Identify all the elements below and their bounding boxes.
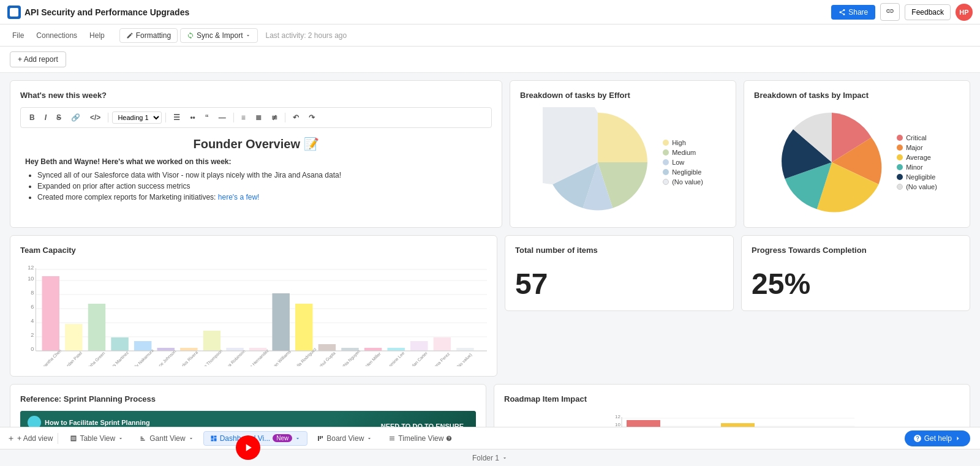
progress-title: Progress Towards Completion bbox=[752, 246, 867, 255]
toolbar-divider-4 bbox=[285, 113, 285, 122]
tab-bar: + Add view Table View Gantt View Dashboa… bbox=[0, 427, 980, 449]
italic-button[interactable]: I bbox=[41, 111, 50, 124]
add-view-button[interactable]: + Add view bbox=[7, 434, 53, 443]
svg-rect-46 bbox=[410, 341, 428, 351]
svg-text:Luis Martinez: Luis Martinez bbox=[108, 350, 129, 366]
row-1: What's new this week? B I S 🔗 </> Headin… bbox=[10, 80, 970, 228]
legend-dot-negligible bbox=[663, 169, 669, 175]
formatting-icon bbox=[126, 32, 134, 39]
bullet3-link[interactable]: here's a few! bbox=[218, 193, 260, 201]
legend-dot-medium bbox=[663, 149, 669, 156]
redo-button[interactable]: ↷ bbox=[305, 111, 318, 124]
gantt-view-label: Gantt View bbox=[149, 434, 185, 443]
progress-card: Progress Towards Completion 25% bbox=[741, 235, 970, 311]
legend-dot-low bbox=[663, 159, 669, 165]
quote-button[interactable]: “ bbox=[202, 111, 213, 124]
hr-button[interactable]: — bbox=[215, 111, 230, 124]
svg-rect-18 bbox=[88, 304, 105, 351]
breakdown-impact-title: Breakdown of tasks by Impact bbox=[754, 91, 960, 100]
svg-rect-36 bbox=[295, 304, 312, 351]
top-bar: API Security and Performance Upgrades Sh… bbox=[0, 0, 980, 24]
svg-text:Lena Perez: Lena Perez bbox=[432, 351, 451, 366]
tab-table-view[interactable]: Table View bbox=[63, 431, 130, 446]
bold-button[interactable]: B bbox=[26, 111, 39, 124]
get-help-chevron-icon bbox=[954, 435, 962, 442]
tab-board-view[interactable]: Board View bbox=[310, 431, 379, 446]
pie-effort-chart bbox=[543, 107, 653, 217]
tab-gantt-view[interactable]: Gantt View bbox=[133, 431, 200, 446]
formatting-label: Formatting bbox=[136, 31, 171, 40]
play-icon bbox=[242, 442, 254, 454]
menu-connections[interactable]: Connections bbox=[31, 29, 82, 42]
align-center-button[interactable]: ≣ bbox=[252, 111, 265, 124]
add-view-icon bbox=[7, 435, 15, 442]
row-2: Team Capacity 0 2 4 6 8 10 12 bbox=[10, 235, 970, 377]
legend-negligible: Negligible bbox=[663, 168, 703, 176]
legend-major: Major bbox=[897, 144, 937, 151]
new-badge: New bbox=[273, 434, 292, 442]
svg-rect-38 bbox=[318, 344, 336, 351]
svg-rect-14 bbox=[42, 276, 59, 351]
code-button[interactable]: </> bbox=[86, 111, 104, 124]
list-item-3: Created more complex reports for Marketi… bbox=[37, 193, 487, 201]
undo-button[interactable]: ↶ bbox=[289, 111, 303, 124]
board-view-label: Board View bbox=[326, 434, 364, 443]
gantt-view-chevron bbox=[188, 435, 194, 442]
feedback-button[interactable]: Feedback bbox=[905, 4, 951, 20]
svg-text:Aiden Miller: Aiden Miller bbox=[363, 351, 382, 366]
align-right-button[interactable]: ≢ bbox=[268, 111, 281, 124]
svg-text:Carlos Rivera: Carlos Rivera bbox=[177, 350, 198, 366]
app-logo bbox=[7, 6, 21, 19]
link-button[interactable] bbox=[880, 3, 900, 21]
ordered-list-button[interactable]: ☰ bbox=[170, 111, 184, 124]
add-report-button[interactable]: + Add report bbox=[10, 51, 66, 67]
formatting-button[interactable]: Formatting bbox=[119, 28, 178, 43]
heading-select[interactable]: Heading 1 Heading 2 Normal bbox=[112, 111, 162, 124]
share-button[interactable]: Share bbox=[831, 5, 875, 20]
svg-rect-20 bbox=[111, 337, 128, 351]
tab-divider bbox=[58, 433, 58, 444]
dashboard-icon bbox=[210, 435, 217, 442]
bar-chart-wrapper: 0 2 4 6 8 10 12 bbox=[20, 262, 487, 366]
whats-new-title: What's new this week? bbox=[20, 91, 492, 100]
svg-rect-48 bbox=[434, 337, 451, 351]
share-icon bbox=[839, 9, 846, 16]
align-left-button[interactable]: ≡ bbox=[238, 111, 249, 124]
folder-tag[interactable]: Folder 1 bbox=[472, 454, 508, 462]
svg-text:Sophia Nguyen: Sophia Nguyen bbox=[337, 349, 361, 366]
menu-file[interactable]: File bbox=[7, 29, 29, 42]
svg-rect-34 bbox=[272, 293, 289, 351]
sync-import-button[interactable]: Sync & Import bbox=[180, 28, 258, 43]
svg-rect-28 bbox=[203, 331, 221, 351]
toolbar-divider-2 bbox=[165, 113, 166, 122]
get-help-label: Get help bbox=[924, 434, 952, 443]
breakdown-impact-card: Breakdown of tasks by Impact bbox=[744, 80, 970, 228]
svg-text:Zara Thompson: Zara Thompson bbox=[198, 348, 224, 366]
legend-negligible-impact: Negligible bbox=[897, 173, 937, 181]
link-icon bbox=[886, 7, 894, 15]
main-content: What's new this week? B I S 🔗 </> Headin… bbox=[0, 73, 980, 466]
tab-timeline-view[interactable]: Timeline View bbox=[382, 431, 459, 446]
pie-impact-legend: Critical Major Average Minor bbox=[897, 134, 937, 190]
svg-text:Rahul Gupta: Rahul Gupta bbox=[316, 351, 337, 366]
strikethrough-button[interactable]: S bbox=[53, 111, 65, 124]
svg-text:Ethan Williams: Ethan Williams bbox=[268, 349, 292, 366]
table-icon bbox=[70, 435, 77, 442]
reference-title: Reference: Sprint Planning Process bbox=[20, 394, 476, 404]
svg-text:0: 0 bbox=[31, 346, 34, 352]
svg-text:8: 8 bbox=[31, 290, 34, 296]
unordered-list-button[interactable]: •• bbox=[186, 111, 198, 124]
action-bar: + Add report bbox=[0, 47, 980, 73]
top-bar-left: API Security and Performance Upgrades bbox=[7, 6, 189, 19]
svg-text:2: 2 bbox=[31, 332, 34, 338]
content-heading: Founder Overview 📝 bbox=[25, 137, 487, 151]
menu-help[interactable]: Help bbox=[85, 29, 110, 42]
legend-dot-negligible-impact bbox=[897, 174, 903, 180]
sync-icon bbox=[187, 32, 194, 39]
table-view-chevron bbox=[118, 435, 124, 442]
link-toolbar-button[interactable]: 🔗 bbox=[67, 111, 84, 124]
timeline-icon bbox=[388, 435, 396, 442]
video-play-button[interactable] bbox=[236, 435, 260, 460]
get-help-button[interactable]: Get help bbox=[905, 430, 970, 446]
content-intro: Hey Beth and Wayne! Here's what we worke… bbox=[25, 157, 487, 166]
